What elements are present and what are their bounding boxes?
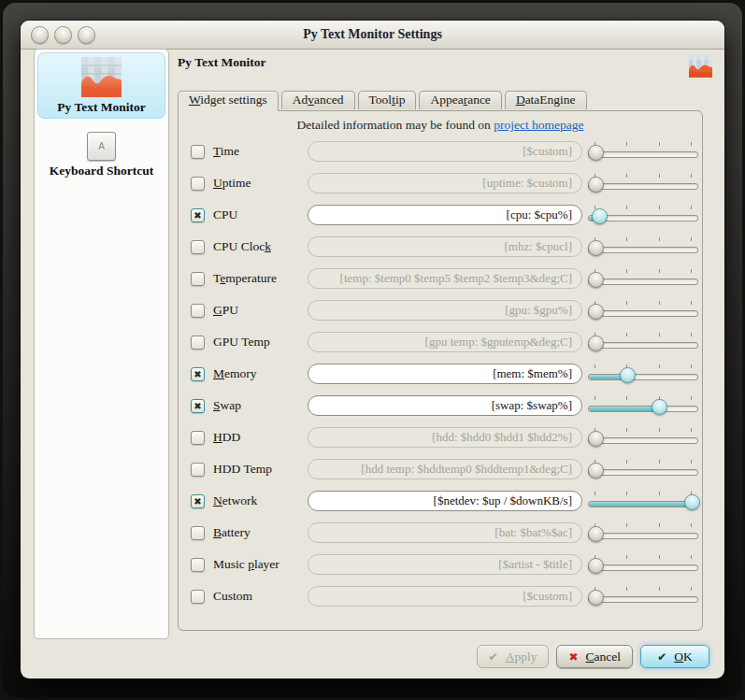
cpu-checkbox[interactable]: ✖ bbox=[191, 208, 205, 222]
uptime-checkbox[interactable] bbox=[191, 177, 205, 191]
cpu-clock-checkbox[interactable] bbox=[191, 240, 205, 254]
keyboard-key-icon: A bbox=[87, 132, 116, 161]
slider-handle[interactable] bbox=[588, 526, 604, 542]
slider-fill bbox=[589, 407, 656, 411]
battery-slider bbox=[588, 521, 698, 545]
row-time: Time bbox=[179, 136, 702, 167]
slider-tick bbox=[691, 364, 692, 368]
custom-checkbox[interactable] bbox=[191, 590, 205, 604]
checkmark-icon: ✖ bbox=[193, 495, 201, 507]
slider-tick bbox=[626, 396, 627, 400]
slider-handle[interactable] bbox=[588, 177, 604, 193]
battery-checkbox[interactable] bbox=[191, 526, 205, 540]
uptime-label: Uptime bbox=[213, 176, 251, 191]
tab-tooltip[interactable]: Tooltip bbox=[358, 91, 417, 109]
music-player-input bbox=[308, 554, 582, 575]
slider-tick bbox=[691, 237, 692, 241]
memory-checkbox[interactable]: ✖ bbox=[191, 367, 205, 381]
time-checkbox[interactable] bbox=[191, 145, 205, 159]
settings-window: Py Text Monitor Settings Py Text M bbox=[21, 21, 724, 679]
cancel-cross-icon: ✖ bbox=[568, 650, 578, 664]
slider-handle[interactable] bbox=[588, 431, 604, 447]
slider-handle[interactable] bbox=[588, 558, 604, 574]
slider-tick bbox=[626, 301, 627, 305]
info-text: Detailed information may be found on bbox=[296, 118, 494, 132]
hdd-temp-checkbox[interactable] bbox=[191, 463, 205, 477]
slider-handle[interactable] bbox=[620, 367, 636, 383]
slider-tick bbox=[626, 428, 627, 432]
slider-handle[interactable] bbox=[588, 272, 604, 288]
memory-input[interactable] bbox=[308, 364, 582, 384]
tab-bar: Widget settings Advanced Tooltip Appeara… bbox=[178, 91, 587, 109]
cpu-slider[interactable] bbox=[588, 203, 698, 227]
slider-tick bbox=[691, 206, 692, 209]
slider-tick bbox=[659, 428, 660, 432]
slider-handle[interactable] bbox=[588, 304, 604, 320]
network-slider[interactable] bbox=[588, 489, 698, 513]
slider-track bbox=[588, 501, 698, 507]
uptime-input bbox=[308, 173, 582, 193]
slider-handle[interactable] bbox=[588, 336, 604, 351]
sidebar-item-keyboard-shortcut[interactable]: A Keyboard Shortcut bbox=[35, 121, 168, 182]
temperature-checkbox[interactable] bbox=[191, 272, 205, 286]
slider-handle[interactable] bbox=[592, 208, 608, 224]
ok-button[interactable]: ✔ OK bbox=[640, 645, 709, 668]
slider-tick bbox=[691, 333, 692, 336]
slider-tick bbox=[691, 460, 692, 464]
window-button-3[interactable] bbox=[78, 26, 95, 44]
swap-slider[interactable] bbox=[588, 393, 698, 418]
hdd-checkbox[interactable] bbox=[191, 431, 205, 445]
slider-handle[interactable] bbox=[588, 145, 604, 161]
network-checkbox[interactable]: ✖ bbox=[191, 494, 205, 508]
row-custom: Custom bbox=[179, 580, 702, 612]
uptime-slider bbox=[588, 171, 698, 195]
apply-button: ✔ Apply bbox=[477, 645, 550, 668]
tab-label: Widget settings bbox=[189, 93, 267, 107]
slider-tick bbox=[626, 333, 627, 336]
slider-tick bbox=[659, 301, 660, 305]
cancel-button[interactable]: ✖ Cancel bbox=[556, 645, 633, 668]
checkmark-icon: ✖ bbox=[193, 400, 201, 412]
cpu-input[interactable] bbox=[308, 205, 582, 225]
sidebar-item-label: Keyboard Shortcut bbox=[50, 164, 153, 179]
slider-handle[interactable] bbox=[588, 590, 604, 606]
gpu-temp-checkbox[interactable] bbox=[191, 336, 205, 350]
row-gpu-temp: GPU Temp bbox=[179, 326, 702, 358]
slider-handle[interactable] bbox=[684, 494, 700, 510]
slider-handle[interactable] bbox=[588, 240, 604, 256]
slider-track bbox=[588, 183, 698, 190]
slider-handle[interactable] bbox=[588, 463, 604, 479]
slider-track bbox=[588, 564, 698, 571]
project-homepage-link[interactable]: project homepage bbox=[494, 118, 583, 132]
battery-label: Battery bbox=[213, 525, 251, 540]
custom-slider bbox=[588, 584, 698, 608]
slider-track bbox=[588, 247, 698, 253]
slider-tick bbox=[691, 269, 692, 273]
gpu-checkbox[interactable] bbox=[191, 304, 205, 318]
sidebar-item-label: Py Text Monitor bbox=[57, 100, 146, 115]
music-player-checkbox[interactable] bbox=[191, 558, 205, 572]
slider-handle[interactable] bbox=[652, 399, 667, 415]
memory-slider[interactable] bbox=[588, 362, 698, 386]
window-button-1[interactable] bbox=[31, 26, 49, 44]
row-swap: ✖ Swap bbox=[179, 390, 702, 421]
tab-appearance[interactable]: Appearance bbox=[419, 91, 501, 109]
window-button-2[interactable] bbox=[54, 26, 72, 44]
slider-track bbox=[588, 469, 698, 476]
sidebar-item-py-text-monitor[interactable]: Py Text Monitor bbox=[37, 52, 165, 119]
swap-input[interactable] bbox=[308, 395, 582, 416]
tab-dataengine[interactable]: DataEngine bbox=[505, 91, 587, 109]
row-network: ✖ Network bbox=[179, 485, 702, 517]
network-input[interactable] bbox=[308, 491, 582, 511]
slider-track bbox=[588, 406, 698, 412]
tab-advanced[interactable]: Advanced bbox=[281, 91, 355, 109]
row-hdd: HDD bbox=[179, 421, 702, 453]
slider-tick bbox=[691, 396, 692, 400]
swap-checkbox[interactable]: ✖ bbox=[191, 399, 205, 413]
slider-track bbox=[588, 310, 698, 317]
titlebar[interactable]: Py Text Monitor Settings bbox=[21, 21, 724, 50]
row-cpu: ✖ CPU bbox=[179, 199, 702, 231]
time-label: Time bbox=[213, 144, 239, 159]
slider-tick bbox=[691, 142, 692, 146]
tab-widget-settings[interactable]: Widget settings bbox=[178, 91, 279, 111]
